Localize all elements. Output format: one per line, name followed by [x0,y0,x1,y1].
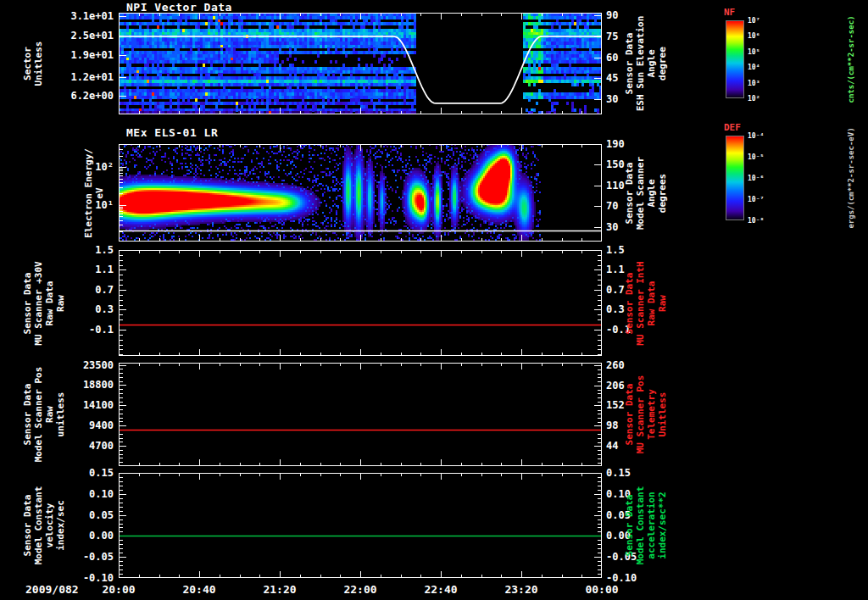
y-tick-label-left-els: 10² [0,161,114,173]
colorbar-tick-label: 10² [748,95,760,103]
y-axis-label-right-els: Angle [646,179,657,207]
x-tick-label: 20:00 [102,584,135,596]
y-axis-label-right-model-scanner-pos: MU Scanner Pos [635,375,646,454]
y-axis-label-right-mu-scanner-30v: Raw Data [646,281,657,325]
y-tick-label-left-model-constant: -0.10 [0,572,114,584]
y-axis-label-right-mu-scanner-30v: MU Scanner IntH [635,261,646,345]
y-axis-label-right-npi: Sensor Data [624,33,635,95]
colorbar-def-ticks: 10⁻⁴10⁻⁵10⁻⁶10⁻⁷10⁻⁸ [726,136,744,220]
y-axis-label-left-model-constant: Sensor Data [22,495,33,557]
colorbar-tick-label: 10⁴ [748,64,760,71]
y-tick-label-right-npi: 30 [606,93,618,105]
colorbar-def-title: DEF [724,122,741,133]
y-tick-label-left-mu-scanner-30v: 0.7 [0,284,114,296]
y-tick-label-right-mu-scanner-30v: 0.3 [606,303,625,315]
y-axis-label-left-mu-scanner-30v: MU Scanner +30V [33,261,44,345]
y-tick-label-right-els: 70 [606,200,618,212]
y-tick-label-right-model-scanner-pos: 206 [606,380,625,392]
y-tick-label-left-model-scanner-pos: 18800 [0,379,114,391]
y-tick-label-right-npi: 75 [606,31,618,42]
y-axis-label-left-model-scanner-pos: Model Scanner Pos [33,367,44,463]
y-axis-label-left-model-scanner-pos: Raw [44,406,55,423]
y-tick-label-left-npi: 1.9e+01 [0,49,114,61]
colorbar-tick-label: 10⁻⁴ [748,132,764,140]
y-tick-label-left-npi: 1.2e+01 [0,71,114,83]
y-tick-label-right-els: 190 [606,138,625,150]
y-axis-label-left-els: eV [94,187,105,198]
y-axis-label-left-model-scanner-pos: unitless [55,392,66,437]
colorbar-def: DEF 10⁻⁴10⁻⁵10⁻⁶10⁻⁷10⁻⁸ ergs/(cm**2-sr-… [726,136,744,220]
y-tick-label-left-mu-scanner-30v: 1.1 [0,264,114,275]
y-tick-label-right-mu-scanner-30v: 1.5 [606,244,625,256]
y-axis-label-right-els: Model Scanner [635,156,646,229]
panel-title-npi: NPI Vector Data [126,1,232,14]
y-axis-label-right-model-scanner-pos: Telemetry [646,389,657,440]
y-tick-label-right-model-scanner-pos: 98 [606,419,618,431]
y-tick-label-left-mu-scanner-30v: -0.1 [0,324,114,336]
x-tick-label: 22:00 [343,584,376,596]
multi-panel-plot-page: NPI Vector Data MEx ELS-01 LR NF 10⁷10⁶1… [0,0,868,600]
x-tick-label: 22:40 [424,584,457,596]
y-tick-label-right-npi: 90 [606,9,618,21]
y-tick-label-left-mu-scanner-30v: 1.5 [0,244,114,256]
x-axis-date-label: 2009/082 [25,584,79,596]
y-tick-label-left-model-scanner-pos: 4700 [0,440,114,452]
y-axis-label-left-model-constant: velocity [44,503,55,548]
colorbar-def-unit-label: ergs/(cm**2-sr-sec-eV) [847,127,855,228]
y-tick-label-right-model-scanner-pos: 260 [606,359,625,371]
x-tick-label: 21:20 [263,584,296,596]
x-tick-label: 00:00 [585,584,618,596]
y-tick-label-right-els: 30 [606,221,618,233]
y-axis-label-right-mu-scanner-30v: Sensor Data [624,272,635,334]
y-tick-label-left-model-scanner-pos: 23500 [0,359,114,371]
y-axis-label-left-mu-scanner-30v: Raw [55,295,66,312]
colorbar-nf: NF 10⁷10⁶10⁵10⁴10³10² cnts/(cm**2-sr-sec… [726,20,744,98]
y-tick-label-right-els: 150 [606,158,625,170]
y-axis-label-right-model-scanner-pos: Sensor Data [624,384,635,446]
panel-title-els: MEx ELS-01 LR [126,126,218,139]
colorbar-tick-label: 10⁷ [748,17,760,25]
y-axis-label-left-mu-scanner-30v: Raw Data [44,281,55,325]
y-axis-label-right-model-scanner-pos: Unitless [657,392,668,437]
y-axis-label-right-els: degrees [657,173,668,212]
y-axis-label-right-model-constant: index/sec**2 [657,492,668,558]
y-axis-label-left-mu-scanner-30v: Sensor Data [22,272,33,334]
npi-spectrogram-canvas [119,13,602,114]
y-tick-label-right-model-constant: -0.10 [606,572,637,584]
colorbar-tick-label: 10⁵ [748,47,760,55]
y-tick-label-right-mu-scanner-30v: 0.7 [606,284,625,296]
y-tick-label-left-npi: 6.2e+00 [0,90,114,102]
colorbar-tick-label: 10⁻⁶ [748,175,764,182]
y-tick-label-left-npi: 2.5e+01 [0,30,114,42]
y-tick-label-right-model-scanner-pos: 44 [606,440,618,452]
mu-scanner-30v-plot-canvas [119,250,602,356]
y-tick-label-left-npi: 3.1e+01 [0,10,114,22]
colorbar-tick-label: 10⁻⁷ [748,196,764,203]
y-tick-label-right-els: 110 [606,180,625,192]
y-axis-label-left-npi: Unitless [33,42,44,86]
colorbar-tick-label: 10⁻⁵ [748,153,764,161]
y-axis-label-right-npi: degree [657,47,668,81]
colorbar-tick-label: 10³ [748,79,760,86]
y-axis-label-right-mu-scanner-30v: Raw [657,295,668,312]
x-tick-label: 20:40 [182,584,215,596]
y-tick-label-right-mu-scanner-30v: 1.1 [606,264,625,275]
y-axis-label-left-npi: Sector [22,47,33,81]
els-spectrogram-canvas [119,144,602,242]
y-axis-label-right-npi: Angle [646,49,657,77]
colorbar-nf-unit-label: cnts/(cm**2-sr-sec) [847,16,855,103]
y-tick-label-left-els: 10¹ [0,199,114,211]
y-tick-label-right-npi: 60 [606,52,618,64]
y-axis-label-right-npi: ESH Sun Elevation [635,16,646,112]
colorbar-tick-label: 10⁶ [748,32,760,40]
y-tick-label-left-model-constant: 0.10 [0,488,114,500]
y-tick-label-right-model-scanner-pos: 152 [606,399,625,411]
y-axis-label-right-model-constant: Model Constant [635,486,646,565]
y-axis-label-left-model-constant: index/sec [55,500,66,551]
y-axis-label-left-els: Electron Energy/ [83,148,94,238]
colorbar-nf-title: NF [724,7,735,18]
y-axis-label-left-model-constant: Model Constant [33,486,44,565]
y-axis-label-right-model-constant: acceleration [646,492,657,558]
y-tick-label-right-npi: 45 [606,72,618,84]
colorbar-nf-ticks: 10⁷10⁶10⁵10⁴10³10² [726,20,744,98]
